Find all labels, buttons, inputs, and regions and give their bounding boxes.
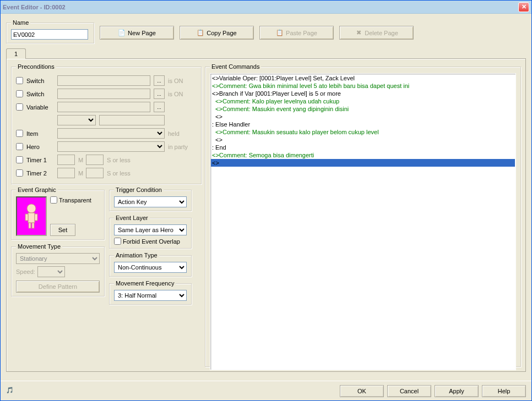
preconditions-group: Preconditions Switch...is ONSwitch...is … xyxy=(11,63,202,184)
ok-button[interactable]: OK xyxy=(340,385,384,397)
precon-checkbox[interactable] xyxy=(16,156,23,163)
ellipsis-button: ... xyxy=(154,75,165,86)
timer-min xyxy=(57,168,75,178)
command-line[interactable]: <> xyxy=(211,136,515,144)
speed-select xyxy=(37,266,65,277)
precon-checkbox[interactable] xyxy=(16,103,23,111)
name-group: Name xyxy=(6,19,94,43)
timer-sec xyxy=(86,168,104,178)
music-icon[interactable]: 🎵 xyxy=(6,387,15,395)
command-line[interactable]: <>Comment: Semoga bisa dimengerti xyxy=(211,151,515,159)
precondition-row: Heroin party xyxy=(16,141,197,152)
precon-select xyxy=(57,141,165,152)
var-value xyxy=(99,115,165,125)
event-commands-group: Event Commands <>Variable Oper: [0001:Pl… xyxy=(205,63,521,367)
delete-page-icon: ✖ xyxy=(355,29,362,37)
svg-point-0 xyxy=(27,204,36,213)
delete-page-button: ✖ Delete Page xyxy=(339,26,414,40)
event-editor-window: Event Editor - ID:0002 ✕ Name 📄 New Page… xyxy=(0,0,532,401)
var-op-select xyxy=(57,115,96,125)
copy-page-button[interactable]: 📋 Copy Page xyxy=(180,26,254,40)
apply-button[interactable]: Apply xyxy=(435,385,479,397)
tab-1[interactable]: 1 xyxy=(6,48,26,59)
movement-frequency-group: Movement Frequency 3: Half Normal xyxy=(109,280,192,305)
help-button[interactable]: Help xyxy=(482,385,526,397)
event-commands-list[interactable]: <>Variable Oper: [0001:Player Level] Set… xyxy=(210,73,516,370)
window-title: Event Editor - ID:0002 xyxy=(3,4,518,10)
movement-type-group: Movement Type Stationary Speed: Define P… xyxy=(11,243,105,296)
precondition-row: Timer 1MS or less xyxy=(16,154,197,166)
close-icon[interactable]: ✕ xyxy=(518,2,529,12)
precondition-row: Variable... xyxy=(16,101,197,113)
precon-checkbox[interactable] xyxy=(16,143,23,150)
animation-type-group: Animation Type Non-Continuous xyxy=(109,252,192,277)
precon-checkbox[interactable] xyxy=(16,77,23,84)
timer-min xyxy=(57,155,75,165)
precon-field xyxy=(57,102,150,112)
cancel-button[interactable]: Cancel xyxy=(387,385,431,397)
precon-field xyxy=(57,75,150,86)
paste-page-button: 📋 Paste Page xyxy=(259,26,334,40)
event-graphic-group: Event Graphic xyxy=(11,186,105,240)
command-line[interactable]: <>Comment: Masukin event yang dipinginin… xyxy=(211,105,515,113)
precon-checkbox[interactable] xyxy=(16,130,23,137)
precon-field xyxy=(57,89,150,99)
set-graphic-button[interactable]: Set xyxy=(50,224,75,236)
layer-select[interactable]: Same Layer as Hero xyxy=(114,224,187,235)
trigger-condition-group: Trigger Condition Action Key xyxy=(109,186,192,211)
command-line[interactable]: : Else Handler xyxy=(211,120,515,128)
sprite-preview[interactable] xyxy=(16,196,47,236)
ellipsis-button: ... xyxy=(154,102,165,112)
precondition-row: Itemheld xyxy=(16,128,197,139)
command-line[interactable]: <>Comment: Kalo player levelnya udah cuk… xyxy=(211,97,515,105)
bottom-bar: 🎵 OK Cancel Apply Help xyxy=(1,381,531,400)
define-pattern-button: Define Pattern xyxy=(16,281,100,293)
command-line[interactable]: <>Variable Oper: [0001:Player Level] Set… xyxy=(211,74,515,82)
svg-rect-4 xyxy=(29,223,31,228)
svg-rect-2 xyxy=(25,214,28,221)
name-input[interactable] xyxy=(11,29,88,40)
command-line[interactable]: <>Comment: Masukin sesuatu kalo player b… xyxy=(211,128,515,136)
transparent-checkbox[interactable] xyxy=(50,196,57,204)
svg-rect-3 xyxy=(35,214,37,221)
content-area: Name 📄 New Page 📋 Copy Page 📋 Paste Page… xyxy=(1,14,531,400)
command-line[interactable]: : End xyxy=(211,144,515,151)
ellipsis-button: ... xyxy=(154,89,165,99)
precon-checkbox[interactable] xyxy=(16,169,23,177)
movement-type-select[interactable]: Stationary xyxy=(16,253,100,264)
precondition-row: Switch...is ON xyxy=(16,88,197,100)
tab-panel: Preconditions Switch...is ONSwitch...is … xyxy=(6,58,526,372)
forbid-overlap-row[interactable]: Forbid Event Overlap xyxy=(114,238,187,245)
new-page-icon: 📄 xyxy=(118,29,126,37)
copy-page-icon: 📋 xyxy=(197,29,204,37)
name-label: Name xyxy=(11,19,30,26)
paste-page-icon: 📋 xyxy=(276,29,284,37)
frequency-select[interactable]: 3: Half Normal xyxy=(114,290,187,301)
precon-select xyxy=(57,128,165,139)
page-tabs: 1 Preconditions Switch...is ONSwitch...i… xyxy=(6,48,526,372)
sprite-icon xyxy=(23,203,40,229)
command-line[interactable]: <> xyxy=(211,113,515,120)
svg-rect-5 xyxy=(32,223,34,228)
event-layer-group: Event Layer Same Layer as Hero Forbid Ev… xyxy=(109,215,192,249)
precondition-row: Switch...is ON xyxy=(16,75,197,86)
titlebar[interactable]: Event Editor - ID:0002 ✕ xyxy=(1,1,531,14)
svg-rect-1 xyxy=(28,213,35,223)
command-line[interactable]: <> xyxy=(211,159,515,167)
precon-checkbox[interactable] xyxy=(16,90,23,97)
forbid-overlap-checkbox[interactable] xyxy=(114,238,121,245)
command-line[interactable]: <>Branch if Var [0001:Player Level] is 5… xyxy=(211,90,515,97)
timer-sec xyxy=(86,155,104,165)
precondition-row: Timer 2MS or less xyxy=(16,167,197,179)
trigger-select[interactable]: Action Key xyxy=(114,196,187,207)
animation-select[interactable]: Non-Continuous xyxy=(114,262,187,273)
new-page-button[interactable]: 📄 New Page xyxy=(100,26,174,40)
command-line[interactable]: <>Comment: Gwa bikin minimal level 5 ato… xyxy=(211,82,515,90)
transparent-checkbox-row[interactable]: Transparent xyxy=(50,196,91,204)
